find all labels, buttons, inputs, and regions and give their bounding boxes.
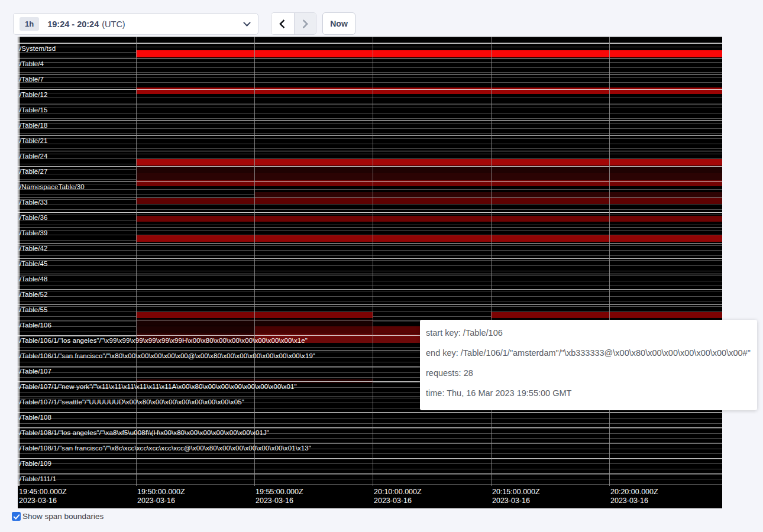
span-label: /Table/108 (20, 414, 51, 421)
heat-band (136, 216, 722, 222)
span-boundary-line (18, 151, 722, 151)
span-boundary-line (18, 274, 722, 274)
page: { "toolbar": { "time_range": { "badge": … (0, 0, 763, 532)
chevron-down-icon (243, 19, 251, 27)
axis-date: 2023-03-16 (256, 497, 303, 505)
time-gridline (609, 37, 610, 486)
axis-date: 2023-03-16 (610, 497, 658, 505)
time-gridline (136, 37, 137, 486)
time-gridline (491, 37, 492, 486)
next-range-button[interactable] (294, 13, 316, 34)
time-gridline (254, 37, 255, 486)
span-label: /Table/52 (20, 291, 48, 298)
axis-date: 2023-03-16 (137, 497, 185, 505)
axis-time: 20:20:00.000Z (610, 488, 658, 497)
chevron-left-icon (279, 19, 289, 28)
chevron-right-icon (299, 19, 309, 28)
span-boundary-line (18, 181, 722, 182)
time-nav-button-group (271, 12, 316, 35)
axis-date: 2023-03-16 (492, 497, 540, 505)
span-label: /Table/106/1/"los angeles"/"\x99\x99\x99… (20, 337, 308, 344)
heat-band (136, 198, 722, 204)
time-range-duration-badge: 1h (20, 17, 39, 31)
axis-time: 20:10:00.000Z (374, 488, 422, 497)
span-boundary-line (18, 43, 722, 44)
axis-tick-label: 19:45:00.000Z2023-03-16 (19, 488, 67, 505)
span-label: /Table/36 (20, 214, 48, 221)
key-visualizer-heatmap[interactable]: /System/tsd/Table/4/Table/7/Table/12/Tab… (18, 37, 722, 508)
span-label: /Table/108/1/"san francisco"/"\x8c\xcc\x… (20, 445, 311, 452)
span-label: /Table/106 (20, 322, 51, 329)
span-label: /Table/107/1/"new york"/"\x11\x11\x11\x1… (20, 383, 297, 390)
time-range-text: 19:24 - 20:24 (47, 20, 99, 29)
span-label: /Table/109 (20, 460, 51, 467)
span-label: /Table/24 (20, 153, 48, 160)
axis-tick-label: 20:20:00.000Z2023-03-16 (610, 488, 658, 505)
span-boundary-line (18, 289, 722, 290)
span-label: /Table/39 (20, 229, 48, 236)
heat-band (136, 235, 722, 242)
axis-time: 19:45:00.000Z (19, 488, 67, 497)
span-boundary-line (18, 427, 722, 428)
heat-band (136, 50, 722, 57)
heatmap-plot[interactable]: /System/tsd/Table/4/Table/7/Table/12/Tab… (18, 37, 722, 486)
axis-tick-label: 20:15:00.000Z2023-03-16 (492, 488, 540, 505)
span-label: /Table/106/1/"san francisco"/"\x80\x00\x… (20, 352, 315, 359)
span-label: /Table/18 (20, 122, 48, 129)
tooltip-end-key: end key: /Table/106/1/"amsterdam"/"\xb33… (426, 343, 751, 363)
span-boundary-line (18, 458, 722, 459)
heat-band (254, 326, 373, 333)
time-gridline (373, 37, 373, 486)
time-range-zone: (UTC) (102, 20, 125, 29)
span-boundary-line (18, 443, 722, 443)
span-boundary-line (18, 105, 722, 105)
span-label: /Table/27 (20, 168, 48, 175)
axis-time: 20:15:00.000Z (492, 488, 540, 497)
span-boundary-line (18, 412, 722, 413)
span-boundary-line (18, 59, 722, 59)
span-label: /Table/111/1 (20, 475, 56, 482)
heat-band (136, 173, 722, 180)
span-boundary-line (18, 135, 722, 136)
axis-tick-label: 19:55:00.000Z2023-03-16 (256, 488, 303, 505)
heat-band (491, 312, 722, 318)
heat-band (136, 87, 722, 94)
span-label: /Table/12 (20, 91, 48, 98)
span-boundary-line (18, 228, 722, 228)
span-boundary-line (18, 258, 722, 259)
span-label: /Table/45 (20, 260, 48, 267)
prev-range-button[interactable] (271, 13, 294, 34)
span-label: /Table/42 (20, 245, 48, 252)
span-label: /Table/48 (20, 275, 48, 283)
axis-time: 19:50:00.000Z (137, 488, 185, 497)
span-boundary-line (18, 304, 722, 305)
axis-tick-label: 20:10:00.000Z2023-03-16 (374, 488, 422, 505)
span-hairlines (18, 37, 722, 486)
span-label: /Table/21 (20, 137, 48, 144)
span-label: /Table/15 (20, 106, 48, 113)
show-span-boundaries-checkbox[interactable] (12, 512, 21, 521)
span-boundary-line (18, 243, 722, 244)
span-boundary-line (18, 120, 722, 121)
tooltip-time: time: Thu, 16 Mar 2023 19:55:00 GMT (426, 383, 751, 403)
span-label: /System/tsd (20, 45, 56, 52)
span-label: /Table/55 (20, 306, 48, 313)
now-button[interactable]: Now (322, 12, 355, 35)
span-boundary-line (18, 212, 722, 213)
span-label: /Table/4 (20, 60, 44, 67)
span-label: /Table/107/1/"seattle"/"UUUUUUD\x00\x80\… (20, 398, 244, 406)
span-label: /Table/33 (20, 199, 48, 206)
show-span-boundaries-label: Show span boundaries (22, 512, 104, 521)
time-range-dropdown[interactable]: 1h 19:24 - 20:24 (UTC) (13, 13, 258, 35)
heat-band (136, 159, 722, 166)
show-span-boundaries-control: Show span boundaries (12, 512, 104, 521)
cell-tooltip: start key: /Table/106 end key: /Table/10… (420, 320, 757, 410)
tooltip-requests: requests: 28 (426, 363, 751, 383)
span-label: /NamespaceTable/30 (20, 183, 85, 190)
span-label: /Table/107 (20, 368, 51, 375)
axis-time: 19:55:00.000Z (256, 488, 303, 497)
span-label: /Table/108/1/"los angeles"/"\xa8\xf5\u00… (20, 429, 269, 436)
span-boundary-line (18, 89, 722, 90)
span-boundary-line (18, 74, 722, 74)
axis-date: 2023-03-16 (19, 497, 67, 505)
